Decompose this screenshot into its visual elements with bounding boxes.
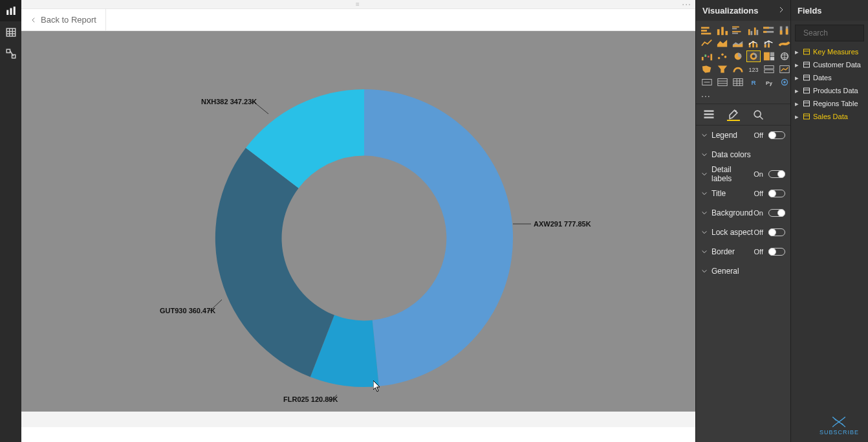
- viz-ribbon[interactable]: [777, 38, 792, 49]
- back-label: Back to Report: [41, 15, 96, 25]
- visualizations-header[interactable]: Visualizations: [696, 0, 790, 21]
- svg-rect-90: [804, 101, 810, 106]
- svg-rect-3: [6, 28, 16, 36]
- svg-rect-35: [756, 44, 758, 47]
- viz-table[interactable]: [715, 76, 730, 88]
- viz-scatter[interactable]: [715, 50, 730, 62]
- viz-gauge[interactable]: [731, 63, 745, 75]
- rail-data-view[interactable]: [0, 21, 21, 43]
- svg-rect-84: [804, 62, 810, 67]
- viz-line[interactable]: [700, 38, 714, 49]
- fields-header[interactable]: Fields: [791, 0, 868, 21]
- viz-pie[interactable]: [731, 50, 745, 62]
- field-table-2[interactable]: ▸ Dates: [792, 71, 867, 84]
- report-canvas[interactable]: AXW291 777.85K FLR025 120.89K GUT930 360…: [21, 31, 695, 427]
- field-table-1[interactable]: ▸ Customer Data: [792, 58, 867, 71]
- format-row-4[interactable]: Background On: [696, 203, 790, 223]
- viz-stacked-bar[interactable]: [700, 25, 714, 36]
- svg-point-49: [752, 54, 755, 58]
- fields-search[interactable]: [795, 25, 864, 41]
- svg-rect-26: [763, 27, 769, 29]
- format-row-6[interactable]: Border Off: [696, 242, 790, 261]
- fields-panel: Fields ▸ Key Measures ▸ Customer Data ▸ …: [790, 0, 868, 442]
- viz-100-stacked-bar[interactable]: [762, 25, 776, 36]
- viz-waterfall[interactable]: [700, 50, 714, 62]
- field-table-4[interactable]: ▸ Regions Table: [792, 97, 867, 110]
- svg-text:123: 123: [748, 67, 758, 73]
- viz-100-stacked-column[interactable]: [777, 25, 792, 36]
- viz-area[interactable]: [715, 38, 730, 49]
- viz-clustered-bar[interactable]: [731, 25, 745, 36]
- svg-rect-42: [708, 56, 710, 58]
- toggle[interactable]: [768, 209, 785, 217]
- field-table-0[interactable]: ▸ Key Measures: [792, 45, 867, 58]
- viz-donut[interactable]: [746, 50, 761, 62]
- format-tabs: [696, 104, 790, 126]
- format-state: Off: [754, 190, 763, 197]
- svg-rect-32: [786, 28, 788, 34]
- svg-rect-51: [770, 52, 774, 56]
- viz-matrix[interactable]: [731, 76, 745, 88]
- viz-multi-row-card[interactable]: [762, 63, 776, 75]
- search-input[interactable]: [803, 28, 868, 38]
- rail-model-view[interactable]: [0, 43, 21, 64]
- page-tab-strip[interactable]: [21, 412, 695, 427]
- toggle[interactable]: [768, 190, 785, 197]
- viz-line-clustered-column[interactable]: [746, 38, 761, 49]
- toggle[interactable]: [768, 170, 785, 178]
- chevron-right-icon[interactable]: [777, 6, 785, 16]
- svg-rect-65: [733, 79, 743, 86]
- format-state: Off: [754, 248, 763, 256]
- svg-rect-23: [754, 28, 756, 36]
- field-table-3[interactable]: ▸ Products Data: [792, 84, 867, 97]
- viz-slicer[interactable]: [700, 76, 714, 88]
- svg-rect-74: [704, 110, 714, 112]
- donut-label-2: GUT930 360.47K: [160, 307, 215, 315]
- analytics-tab-icon[interactable]: [752, 108, 765, 121]
- viz-clustered-column[interactable]: [746, 25, 761, 36]
- format-state: On: [754, 170, 763, 178]
- chevron-down-icon: [701, 151, 708, 158]
- format-row-3[interactable]: Title Off: [696, 184, 790, 203]
- svg-rect-22: [751, 31, 753, 35]
- chevron-down-icon: [701, 229, 708, 236]
- viz-arcgis[interactable]: [777, 76, 792, 88]
- title-bar: ≡ ···: [21, 0, 695, 9]
- fields-tab-icon[interactable]: [702, 108, 715, 121]
- viz-stacked-area[interactable]: [731, 38, 745, 49]
- toggle[interactable]: [768, 131, 785, 139]
- toggle[interactable]: [768, 248, 785, 256]
- viz-more-icon[interactable]: ···: [696, 91, 790, 104]
- table-icon: [803, 61, 810, 69]
- back-to-report-button[interactable]: Back to Report: [21, 9, 106, 30]
- format-label: Detail labels: [711, 165, 754, 183]
- viz-map[interactable]: [777, 50, 792, 62]
- viz-py-script[interactable]: Py: [762, 76, 776, 88]
- svg-rect-18: [732, 28, 737, 29]
- viz-card[interactable]: 123: [746, 63, 761, 75]
- rail-report-view[interactable]: [0, 0, 21, 21]
- format-label: Data colors: [711, 150, 751, 159]
- donut-chart[interactable]: [209, 83, 519, 393]
- viz-stacked-column[interactable]: [715, 25, 730, 36]
- viz-funnel[interactable]: [715, 63, 730, 75]
- viz-line-stacked-column[interactable]: [762, 38, 776, 49]
- toggle[interactable]: [768, 228, 785, 236]
- viz-treemap[interactable]: [762, 50, 776, 62]
- right-panels: Visualizations: [695, 0, 868, 442]
- viz-filled-map[interactable]: [700, 63, 714, 75]
- viz-r-script[interactable]: R: [746, 76, 761, 88]
- subscribe-label: SUBSCRIBE: [819, 429, 859, 436]
- format-tab-icon[interactable]: [727, 108, 740, 121]
- format-row-7[interactable]: General: [696, 261, 790, 281]
- svg-rect-30: [780, 30, 783, 34]
- dna-icon: [830, 415, 848, 429]
- format-row-2[interactable]: Detail labels On: [696, 164, 790, 184]
- viz-kpi[interactable]: [777, 63, 792, 75]
- format-row-1[interactable]: Data colors: [696, 145, 790, 164]
- svg-rect-76: [704, 116, 714, 118]
- format-row-5[interactable]: Lock aspect Off: [696, 223, 790, 242]
- field-table-5[interactable]: ▸ Sales Data: [792, 110, 867, 123]
- window-more-icon[interactable]: ···: [682, 0, 691, 9]
- format-row-0[interactable]: Legend Off: [696, 126, 790, 145]
